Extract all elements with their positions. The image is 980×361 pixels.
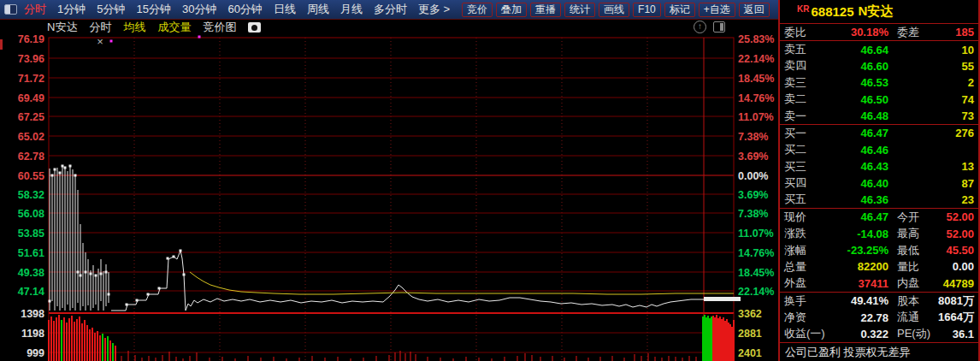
svg-text:73.96: 73.96 <box>18 53 44 65</box>
pct-row-cell-0: 涨幅 <box>784 243 834 258</box>
action-button-2[interactable]: 重播 <box>530 3 561 17</box>
action-button-6[interactable]: 标记 <box>664 3 695 17</box>
price-row-cell-0: 现价 <box>784 210 834 225</box>
auction-chart-toggle[interactable]: 竞价图 <box>203 20 236 35</box>
maximize-icon[interactable]: ↑ <box>694 21 706 33</box>
svg-text:14.76%: 14.76% <box>738 247 774 259</box>
price-row-cell-3: 52.00 <box>936 210 974 223</box>
volume-row-cell-0: 总量 <box>784 259 834 275</box>
change-row: 涨跌-14.08最高52.00 <box>780 226 978 242</box>
tab-1[interactable]: 1分钟 <box>57 2 86 17</box>
chart-type-label: 分时 <box>89 20 111 35</box>
lots-row-cell-2: 内盘 <box>888 275 936 291</box>
chart-header: N安达 分时 均线 成交量 竞价图 ↑ <box>0 19 778 36</box>
asset-row-cell-3: 1664万 <box>936 310 974 325</box>
turnover-row: 换手49.41%股本8081万 <box>780 293 978 309</box>
svg-text:56.08: 56.08 <box>18 208 44 220</box>
bid-3-cell-2: 13 <box>888 160 974 173</box>
stock-title[interactable]: KR 688125 N安达 <box>780 0 978 24</box>
ask-4-cell-1: 46.60 <box>834 60 888 73</box>
svg-text:62.78: 62.78 <box>18 151 44 163</box>
bid-5-cell-0: 买五 <box>784 192 834 207</box>
bid-3[interactable]: 买三46.4313 <box>780 158 978 175</box>
svg-text:11.07%: 11.07% <box>738 111 774 123</box>
ask-3-cell-1: 46.53 <box>834 76 888 89</box>
tab-5[interactable]: 60分钟 <box>227 2 262 17</box>
price-row-cell-2: 今开 <box>888 210 936 225</box>
weibi-row-cell-1: 30.18% <box>834 26 888 38</box>
action-button-8[interactable]: 返回 <box>739 3 770 17</box>
toolbar-actions: 竞价叠加重播统计画线F10标记+自选返回 <box>462 3 770 17</box>
lots-row-cell-3: 44789 <box>936 277 974 290</box>
tab-3[interactable]: 15分钟 <box>136 2 170 17</box>
action-button-3[interactable]: 统计 <box>564 3 595 17</box>
price-row-cell-1: 46.47 <box>834 210 888 223</box>
trading-app-window: 分时1分钟5分钟15分钟30分钟60分钟日线周线月线多分时更多 > 竞价叠加重播… <box>0 0 980 361</box>
ask-4-cell-0: 卖四 <box>784 58 834 74</box>
turnover-row-cell-0: 换手 <box>784 293 834 309</box>
tab-7[interactable]: 周线 <box>307 2 329 17</box>
left-edge-marker <box>0 39 3 50</box>
intraday-chart[interactable]: ×76.1973.9671.7269.4967.2565.0262.7860.5… <box>0 19 778 361</box>
action-button-5[interactable]: F10 <box>633 3 661 17</box>
ask-3-cell-2: 2 <box>888 76 974 89</box>
svg-text:71.72: 71.72 <box>18 73 44 85</box>
weibi-row: 委比30.18%委差185 <box>780 24 978 40</box>
bid-1-cell-1: 46.47 <box>834 127 888 139</box>
ask-5-cell-1: 46.64 <box>834 44 888 56</box>
stock-name: N安达 <box>859 3 894 20</box>
svg-text:60.55: 60.55 <box>18 170 44 182</box>
ask-4[interactable]: 卖四46.6055 <box>780 58 978 74</box>
camera-icon[interactable] <box>248 22 261 33</box>
tab-10[interactable]: 更多 > <box>418 2 450 17</box>
eps-row-cell-3: 36.1 <box>936 328 974 340</box>
asset-row-cell-1: 22.78 <box>834 311 888 324</box>
svg-text:×: × <box>97 35 103 48</box>
bid-5[interactable]: 买五46.3623 <box>780 192 978 208</box>
action-button-4[interactable]: 画线 <box>599 3 629 17</box>
stock-name-label: N安达 <box>47 20 77 35</box>
svg-text:47.14: 47.14 <box>18 286 44 298</box>
bid-4-cell-1: 46.40 <box>834 177 888 190</box>
tab-0[interactable]: 分时 <box>24 2 46 17</box>
turnover-row-cell-3: 8081万 <box>936 293 974 309</box>
ask-1[interactable]: 卖一46.4873 <box>780 108 978 124</box>
pct-row-cell-1: -23.25% <box>834 244 888 257</box>
ask-2[interactable]: 卖二46.5074 <box>780 92 978 108</box>
svg-text:67.25: 67.25 <box>18 111 44 123</box>
window-panel-icon[interactable] <box>4 4 17 15</box>
stock-code: 688125 <box>811 4 853 19</box>
bid-2[interactable]: 买二46.46 <box>780 142 978 158</box>
lots-row: 外盘37411内盘44789 <box>780 275 978 292</box>
panel-toggle-icon[interactable] <box>713 21 725 33</box>
svg-text:999: 999 <box>27 347 44 359</box>
svg-text:2401: 2401 <box>738 347 762 359</box>
eps-row-cell-0: 收益(一) <box>784 326 834 341</box>
svg-text:49.38: 49.38 <box>18 267 44 279</box>
svg-text:7.38%: 7.38% <box>738 208 768 220</box>
bid-1-cell-2: 276 <box>888 127 974 139</box>
action-button-1[interactable]: 叠加 <box>496 3 527 17</box>
price-row: 现价46.47今开52.00 <box>780 209 978 225</box>
tab-9[interactable]: 多分时 <box>374 2 407 17</box>
action-button-0[interactable]: 竞价 <box>462 3 493 17</box>
eps-row: 收益(一)0.322PE(动)36.1 <box>780 326 978 342</box>
svg-text:1198: 1198 <box>21 328 44 340</box>
bid-1[interactable]: 买一46.47276 <box>780 125 978 141</box>
ask-5[interactable]: 卖五46.6410 <box>780 41 978 57</box>
volume-indicator-toggle[interactable]: 成交量 <box>157 20 191 35</box>
turnover-row-cell-2: 股本 <box>888 293 936 309</box>
bid-4[interactable]: 买四46.4087 <box>780 175 978 191</box>
eps-row-cell-2: PE(动) <box>888 326 936 341</box>
tab-4[interactable]: 30分钟 <box>182 2 216 17</box>
ask-3[interactable]: 卖三46.532 <box>780 74 978 91</box>
chart-header-icons: ↑ <box>694 21 725 33</box>
ask-3-cell-0: 卖三 <box>784 75 834 91</box>
action-button-7[interactable]: +自选 <box>699 3 735 17</box>
tab-2[interactable]: 5分钟 <box>97 2 125 17</box>
svg-text:14.76%: 14.76% <box>738 92 774 104</box>
ma-toggle[interactable]: 均线 <box>123 20 145 35</box>
tab-8[interactable]: 月线 <box>340 2 363 17</box>
svg-text:18.45%: 18.45% <box>738 267 774 279</box>
tab-6[interactable]: 日线 <box>274 2 296 17</box>
